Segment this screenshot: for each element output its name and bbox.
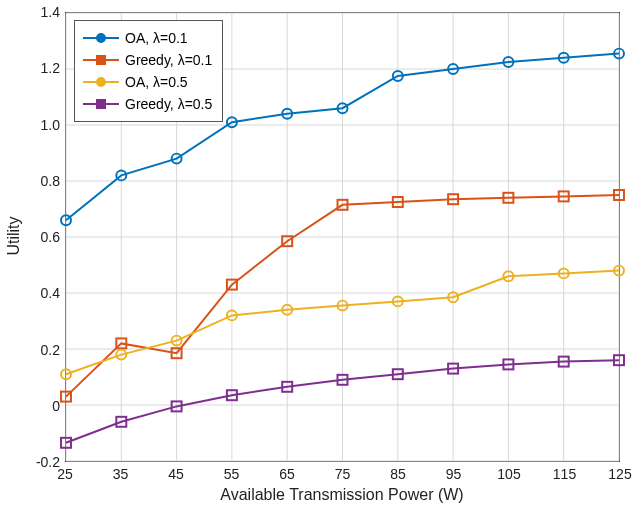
series-marker bbox=[338, 301, 348, 311]
y-tick-label: 1.4 bbox=[20, 4, 60, 20]
series-marker bbox=[61, 392, 71, 402]
series-marker bbox=[503, 57, 513, 67]
x-tick-label: 45 bbox=[168, 466, 184, 482]
series-marker bbox=[116, 170, 126, 180]
series-marker bbox=[448, 292, 458, 302]
legend-entry: OA, λ=0.1 bbox=[83, 27, 212, 49]
x-tick-label: 125 bbox=[608, 466, 631, 482]
series-marker bbox=[282, 109, 292, 119]
series-marker bbox=[559, 191, 569, 201]
series-marker bbox=[116, 338, 126, 348]
series-marker bbox=[116, 350, 126, 360]
chart-container: Utility Available Transmission Power (W)… bbox=[0, 0, 640, 508]
series-marker bbox=[61, 215, 71, 225]
series-marker bbox=[559, 268, 569, 278]
x-tick-label: 105 bbox=[497, 466, 520, 482]
series-marker bbox=[61, 369, 71, 379]
y-tick-label: -0.2 bbox=[20, 454, 60, 470]
y-tick-label: 0.2 bbox=[20, 342, 60, 358]
series-line bbox=[66, 271, 619, 375]
series-marker bbox=[393, 71, 403, 81]
series-marker bbox=[172, 348, 182, 358]
series-marker bbox=[448, 194, 458, 204]
y-tick-label: 0.6 bbox=[20, 229, 60, 245]
x-tick-label: 35 bbox=[113, 466, 129, 482]
series-marker bbox=[614, 190, 624, 200]
series-marker bbox=[448, 64, 458, 74]
series-marker bbox=[227, 280, 237, 290]
series-marker bbox=[227, 117, 237, 127]
series-marker bbox=[559, 53, 569, 63]
series-marker bbox=[614, 355, 624, 365]
legend-label: OA, λ=0.5 bbox=[125, 74, 188, 90]
legend-swatch bbox=[83, 29, 119, 47]
legend-entry: OA, λ=0.5 bbox=[83, 71, 212, 93]
legend-label: Greedy, λ=0.5 bbox=[125, 96, 212, 112]
x-axis-label: Available Transmission Power (W) bbox=[220, 486, 463, 504]
legend-swatch bbox=[83, 51, 119, 69]
series-marker bbox=[614, 266, 624, 276]
y-tick-label: 0.8 bbox=[20, 173, 60, 189]
y-tick-label: 1.0 bbox=[20, 117, 60, 133]
series-marker bbox=[172, 401, 182, 411]
series-marker bbox=[393, 197, 403, 207]
legend-swatch bbox=[83, 73, 119, 91]
series-marker bbox=[614, 49, 624, 59]
x-tick-label: 85 bbox=[390, 466, 406, 482]
x-tick-label: 65 bbox=[279, 466, 295, 482]
series-line bbox=[66, 360, 619, 443]
series-marker bbox=[282, 305, 292, 315]
legend-swatch bbox=[83, 95, 119, 113]
series-marker bbox=[503, 193, 513, 203]
y-tick-label: 0 bbox=[20, 398, 60, 414]
x-tick-label: 55 bbox=[224, 466, 240, 482]
series-marker bbox=[338, 200, 348, 210]
legend-label: Greedy, λ=0.1 bbox=[125, 52, 212, 68]
series-marker bbox=[172, 154, 182, 164]
legend-entry: Greedy, λ=0.1 bbox=[83, 49, 212, 71]
series-marker bbox=[559, 357, 569, 367]
series-marker bbox=[172, 336, 182, 346]
series-marker bbox=[116, 417, 126, 427]
series-marker bbox=[338, 375, 348, 385]
series-marker bbox=[282, 382, 292, 392]
series-marker bbox=[282, 236, 292, 246]
series-marker bbox=[227, 390, 237, 400]
series-marker bbox=[227, 310, 237, 320]
series-marker bbox=[503, 359, 513, 369]
y-tick-label: 1.2 bbox=[20, 60, 60, 76]
series-marker bbox=[448, 364, 458, 374]
x-tick-label: 75 bbox=[335, 466, 351, 482]
series-marker bbox=[503, 271, 513, 281]
series-marker bbox=[61, 438, 71, 448]
series-marker bbox=[393, 369, 403, 379]
series-marker bbox=[338, 103, 348, 113]
series-marker bbox=[393, 296, 403, 306]
x-tick-label: 95 bbox=[446, 466, 462, 482]
legend-label: OA, λ=0.1 bbox=[125, 30, 188, 46]
y-tick-label: 0.4 bbox=[20, 285, 60, 301]
legend-entry: Greedy, λ=0.5 bbox=[83, 93, 212, 115]
legend: OA, λ=0.1Greedy, λ=0.1OA, λ=0.5Greedy, λ… bbox=[74, 20, 223, 122]
series-line bbox=[66, 195, 619, 397]
x-tick-label: 115 bbox=[553, 466, 576, 482]
